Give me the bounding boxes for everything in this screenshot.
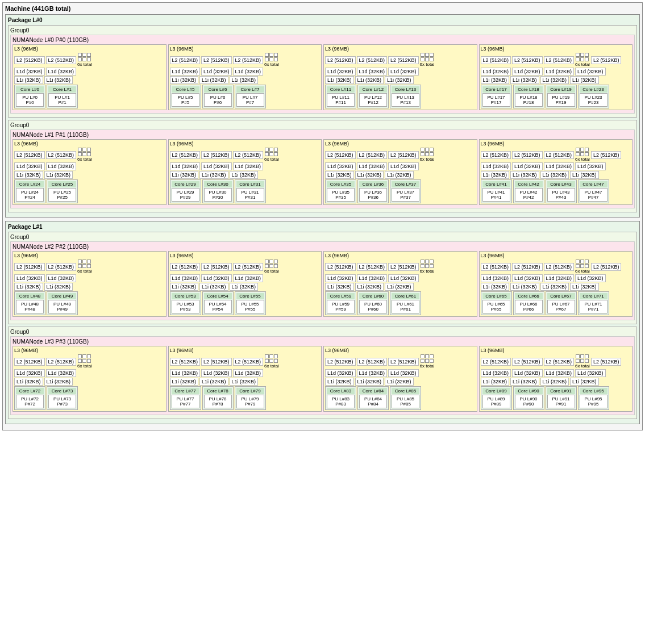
sq <box>421 354 425 358</box>
core-73: Core L#73 PU L#73 P#73 <box>47 386 78 410</box>
l1d-0-2-0: L1d (32KB) <box>325 68 356 76</box>
l1i-3-1-0: L1i (32KB) <box>170 378 199 386</box>
cores-row-2-0: Core L#48 PU L#48 P#48 Core L#49 PU L#49 <box>14 291 165 315</box>
pu-79-line1: PU L#79 <box>238 396 263 402</box>
l1i-0-3-0: L1i (32KB) <box>481 76 510 84</box>
core-71-label: Core L#71 <box>580 293 607 299</box>
sq <box>430 260 434 264</box>
numa-1-1-label: NUMANode L#3 P#3 (110GB) <box>13 338 632 345</box>
l2-0-2-0: L2 (512KB) <box>325 56 356 64</box>
l2-2-2-2: L2 (512KB) <box>388 263 419 271</box>
six-total-label-3-0: 6x total <box>77 363 92 369</box>
machine-container: Machine (441GB total) Package L#0 Group0… <box>2 2 643 430</box>
l1d-3-1-0: L1d (32KB) <box>170 369 201 377</box>
l1d-row-2-1: L1d (32KB) L1d (32KB) L1d (32KB) <box>170 274 321 282</box>
core-48: Core L#48 PU L#48 P#48 <box>14 291 45 315</box>
core-61-label: Core L#61 <box>392 293 419 299</box>
sq <box>576 359 580 363</box>
l2-row-2-1: L2 (512KB) L2 (512KB) L2 (512KB) <box>170 260 321 274</box>
l1i-1-3-0: L1i (32KB) <box>481 171 510 179</box>
six-total-0-1: 6x total <box>264 53 279 67</box>
l1d-row-1-2: L1d (32KB) L1d (32KB) L1d (32KB) <box>325 162 476 170</box>
l1i-1-3-2: L1i (32KB) <box>540 171 569 179</box>
l2-row-3-1: L2 (512KB) L2 (512KB) L2 (512KB) <box>170 354 321 369</box>
pu-49-line1: PU L#49 <box>50 302 74 307</box>
l2-1-2-2: L2 (512KB) <box>388 151 419 159</box>
sq <box>82 53 86 57</box>
numa-1-0-label: NUMANode L#2 P#2 (110GB) <box>13 244 632 250</box>
l1d-2-1-1: L1d (32KB) <box>201 274 232 282</box>
l1i-2-1-1: L1i (32KB) <box>199 283 228 291</box>
pu-19-line1: PU L#19 <box>549 95 573 100</box>
l1d-1-0-0: L1d (32KB) <box>14 162 45 170</box>
pu-77-line2: P#77 <box>173 402 198 407</box>
l2-row-3-3: L2 (512KB) L2 (512KB) L2 (512KB) <box>481 354 631 369</box>
pu-19: PU L#19 P#19 <box>547 93 575 107</box>
l1d-0-2-1: L1d (32KB) <box>357 68 388 76</box>
l1d-3-3-3: L1d (32KB) <box>575 369 606 377</box>
pu-95-line1: PU L#95 <box>581 396 606 402</box>
six-squares-0-0 <box>78 53 91 61</box>
core-31: Core L#31 PU L#31 P#31 <box>235 179 266 203</box>
l1i-row-2-0: L1i (32KB) L1i (32KB) <box>14 283 165 291</box>
pu-35: PU L#35 P#35 <box>327 188 355 202</box>
sq <box>274 53 278 57</box>
l3-2-0-label: L3 (96MB) <box>14 253 165 258</box>
pu-73-line2: P#73 <box>50 402 74 407</box>
pu-13-line2: P#13 <box>393 100 418 105</box>
sq <box>430 148 434 152</box>
l3-0-2: L3 (96MB) L2 (512KB) L2 (512KB) L2 (512K… <box>323 44 477 110</box>
l1d-3-3-2: L1d (32KB) <box>544 369 575 377</box>
machine-title: Machine (441GB total) <box>5 5 640 12</box>
core-12-label: Core L#12 <box>359 86 387 93</box>
sq <box>78 53 82 57</box>
l2-3-1-2: L2 (512KB) <box>233 358 264 366</box>
numa-0-0: NUMANode L#0 P#0 (110GB) L3 (96MB) L2 (5… <box>10 35 635 114</box>
pu-1-line1: PU L#1 <box>50 95 74 100</box>
pu-90-line2: P#90 <box>517 402 541 407</box>
l1i-1-2-0: L1i (32KB) <box>325 171 354 179</box>
l1i-2-2-1: L1i (32KB) <box>355 283 384 291</box>
l1d-0-3-3: L1d (32KB) <box>575 68 606 76</box>
l1d-0-0-0: L1d (32KB) <box>14 68 45 76</box>
sq <box>425 148 429 152</box>
l3-1-1: L3 (96MB) L2 (512KB) L2 (512KB) L2 (512K… <box>168 139 322 205</box>
sq <box>269 264 273 268</box>
sq <box>576 354 580 358</box>
l1d-2-2-0: L1d (32KB) <box>325 274 356 282</box>
core-95: Core L#95 PU L#95 P#95 <box>578 386 609 410</box>
pu-59: PU L#59 P#59 <box>327 300 355 313</box>
sq <box>265 53 269 57</box>
l3-2-2-label: L3 (96MB) <box>325 253 476 258</box>
l1i-0-0-1: L1i (32KB) <box>44 76 73 84</box>
l2-3-3-1: L2 (512KB) <box>512 358 543 366</box>
pu-48-line2: P#48 <box>18 307 42 312</box>
pu-89-line2: P#89 <box>484 402 509 407</box>
core-89-label: Core L#89 <box>482 388 510 394</box>
core-35-label: Core L#35 <box>327 181 355 187</box>
sq <box>87 152 91 156</box>
pu-25-line1: PU L#25 <box>50 190 74 195</box>
sq <box>274 260 278 264</box>
core-49: Core L#49 PU L#49 P#49 <box>47 291 78 315</box>
sq <box>576 264 580 268</box>
six-total-label-2-1: 6x total <box>264 269 279 274</box>
sq <box>82 264 86 268</box>
pu-29: PU L#29 P#29 <box>172 188 199 202</box>
pu-48: PU L#48 P#48 <box>16 300 44 313</box>
l1d-row-1-1: L1d (32KB) L1d (32KB) L1d (32KB) <box>170 162 321 170</box>
pu-24-line2: P#24 <box>18 195 42 200</box>
sq <box>82 260 86 264</box>
numa-1-1: NUMANode L#3 P#3 (110GB) L3 (96MB) L2 (5… <box>10 336 635 415</box>
l2-1-3-1: L2 (512KB) <box>512 151 543 159</box>
l1i-2-1-0: L1i (32KB) <box>170 283 199 291</box>
core-11: Core L#11 PU L#11 P#11 <box>325 85 356 108</box>
sq <box>274 152 278 156</box>
l1d-0-1-1: L1d (32KB) <box>201 68 232 76</box>
pu-95-line2: P#95 <box>581 402 606 407</box>
pu-29-line2: P#29 <box>173 195 198 200</box>
pu-24: PU L#24 P#24 <box>16 188 44 202</box>
pu-29-line1: PU L#29 <box>173 190 198 195</box>
sq <box>585 260 589 264</box>
l1i-2-2-0: L1i (32KB) <box>325 283 354 291</box>
